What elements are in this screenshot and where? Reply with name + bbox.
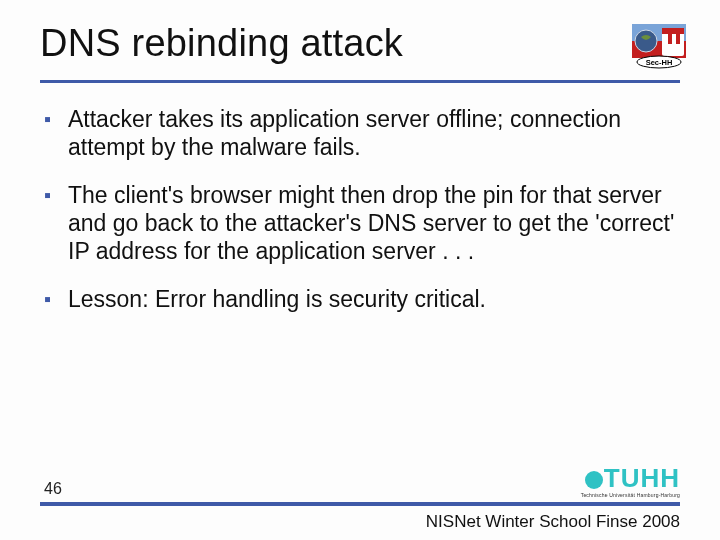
header-row: DNS rebinding attack Sec-HH [40, 22, 680, 70]
footer-text: NISNet Winter School Finse 2008 [40, 512, 680, 532]
svg-rect-6 [668, 34, 672, 44]
bullet-icon: ▪ [44, 181, 68, 209]
bullet-text: Lesson: Error handling is security criti… [68, 285, 486, 313]
list-item: ▪ Lesson: Error handling is security cri… [44, 285, 680, 313]
svg-rect-7 [676, 34, 680, 44]
sec-hh-logo: Sec-HH [632, 24, 686, 70]
slide: DNS rebinding attack Sec-HH ▪ Attacker t… [0, 0, 720, 540]
tuhh-logo: TUHH Technische Universität Hamburg-Harb… [581, 465, 680, 498]
list-item: ▪ The client's browser might then drop t… [44, 181, 680, 265]
bullet-list: ▪ Attacker takes its application server … [40, 105, 680, 313]
list-item: ▪ Attacker takes its application server … [44, 105, 680, 161]
tuhh-dot-icon [585, 471, 603, 489]
svg-rect-5 [662, 28, 684, 34]
footer-top-row: 46 TUHH Technische Universität Hamburg-H… [40, 465, 680, 498]
title-rule [40, 80, 680, 83]
page-title: DNS rebinding attack [40, 22, 403, 65]
sec-hh-label-text: Sec-HH [646, 58, 673, 67]
bullet-text: Attacker takes its application server of… [68, 105, 680, 161]
tuhh-subtitle: Technische Universität Hamburg-Harburg [581, 493, 680, 498]
bullet-icon: ▪ [44, 285, 68, 313]
footer-rule [40, 502, 680, 506]
bullet-icon: ▪ [44, 105, 68, 133]
bullet-text: The client's browser might then drop the… [68, 181, 680, 265]
tuhh-wordmark: TUHH [585, 465, 680, 491]
page-number: 46 [40, 480, 62, 498]
footer: 46 TUHH Technische Universität Hamburg-H… [0, 465, 720, 540]
tuhh-word-text: TUHH [604, 463, 680, 493]
